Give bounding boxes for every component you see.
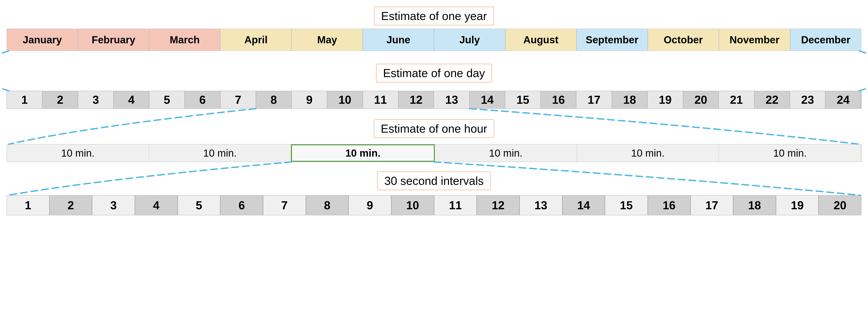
hour-cell-19: 19	[648, 91, 683, 108]
interval-cell-14: 14	[562, 195, 605, 215]
interval-cell-3: 3	[92, 195, 135, 215]
hour-cell-1: 1	[7, 91, 42, 108]
hour-cell-2: 2	[42, 91, 78, 108]
hour-cell-16: 16	[541, 91, 576, 108]
hour-cell-21: 21	[719, 91, 754, 108]
month-cell-august: August	[505, 29, 577, 51]
interval-cell-2: 2	[50, 195, 92, 215]
month-bar: JanuaryFebruaryMarchAprilMayJuneJulyAugu…	[7, 29, 861, 51]
hour-cell-17: 17	[576, 91, 612, 108]
interval-cell-18: 18	[733, 195, 776, 215]
tenmin-cell-2: 10 min.	[149, 144, 291, 162]
hour-cell-8: 8	[256, 91, 291, 108]
month-cell-december: December	[790, 29, 861, 51]
hour-cell-14: 14	[470, 91, 505, 108]
hours-section: 123456789101112131415161718192021222324	[7, 91, 861, 109]
interval-cell-19: 19	[776, 195, 819, 215]
interval-cell-10: 10	[391, 195, 434, 215]
hour-cell-24: 24	[826, 91, 861, 108]
interval-cell-7: 7	[263, 195, 306, 215]
hour-label: Estimate of one hour	[374, 119, 494, 138]
hour-cell-13: 13	[434, 91, 469, 108]
hour-cell-7: 7	[220, 91, 256, 108]
hour-cell-10: 10	[327, 91, 363, 108]
interval-cell-20: 20	[818, 195, 861, 215]
intervals-label: 30 second intervals	[377, 171, 491, 190]
year-label: Estimate of one year	[374, 7, 494, 25]
hour-cell-18: 18	[612, 91, 648, 108]
tenmin-cell-3: 10 min.	[291, 144, 435, 162]
month-cell-february: February	[78, 29, 149, 51]
year-label-row: Estimate of one year	[7, 7, 861, 25]
hour-cell-3: 3	[78, 91, 114, 108]
interval-cell-5: 5	[178, 195, 220, 215]
hour-cell-4: 4	[114, 91, 149, 108]
hour-cell-20: 20	[683, 91, 719, 108]
day-to-hour-gap: Estimate of one hour	[7, 109, 861, 144]
interval-cell-8: 8	[306, 195, 349, 215]
interval-cell-6: 6	[220, 195, 263, 215]
interval-cell-11: 11	[434, 195, 477, 215]
year-to-day-gap: Estimate of one day	[7, 51, 861, 91]
month-cell-november: November	[719, 29, 790, 51]
tenmin-cell-5: 10 min.	[577, 144, 719, 162]
hours-bar: 123456789101112131415161718192021222324	[7, 91, 861, 109]
interval-cell-16: 16	[648, 195, 690, 215]
month-cell-september: September	[577, 29, 648, 51]
hour-cell-12: 12	[398, 91, 434, 108]
month-cell-october: October	[648, 29, 719, 51]
tenmin-bar: 10 min.10 min.10 min.10 min.10 min.10 mi…	[7, 144, 861, 162]
interval-cell-9: 9	[348, 195, 391, 215]
tenmin-cell-4: 10 min.	[435, 144, 577, 162]
interval-cell-4: 4	[135, 195, 178, 215]
hour-to-interval-gap: 30 second intervals	[7, 162, 861, 195]
tenmin-cell-1: 10 min.	[7, 144, 149, 162]
interval-cell-12: 12	[477, 195, 520, 215]
hour-cell-23: 23	[790, 91, 826, 108]
tenmin-section: 10 min.10 min.10 min.10 min.10 min.10 mi…	[7, 144, 861, 162]
month-cell-march: March	[149, 29, 220, 51]
hour-cell-15: 15	[505, 91, 540, 108]
interval-cell-17: 17	[690, 195, 733, 215]
day-label: Estimate of one day	[376, 64, 492, 82]
month-cell-january: January	[7, 29, 78, 51]
month-cell-july: July	[434, 29, 505, 51]
month-cell-april: April	[220, 29, 291, 51]
hour-cell-11: 11	[363, 91, 398, 108]
interval-cell-13: 13	[520, 195, 562, 215]
hour-cell-22: 22	[754, 91, 790, 108]
tenmin-cell-6: 10 min.	[719, 144, 861, 162]
hour-cell-5: 5	[149, 91, 185, 108]
hour-cell-9: 9	[292, 91, 327, 108]
month-cell-may: May	[291, 29, 363, 51]
month-cell-june: June	[363, 29, 434, 51]
hour-cell-6: 6	[185, 91, 220, 108]
intervals-section: 1234567891011121314151617181920	[7, 195, 861, 215]
intervals-bar: 1234567891011121314151617181920	[7, 195, 861, 215]
interval-cell-15: 15	[605, 195, 648, 215]
interval-cell-1: 1	[7, 195, 50, 215]
month-section: JanuaryFebruaryMarchAprilMayJuneJulyAugu…	[7, 29, 861, 51]
